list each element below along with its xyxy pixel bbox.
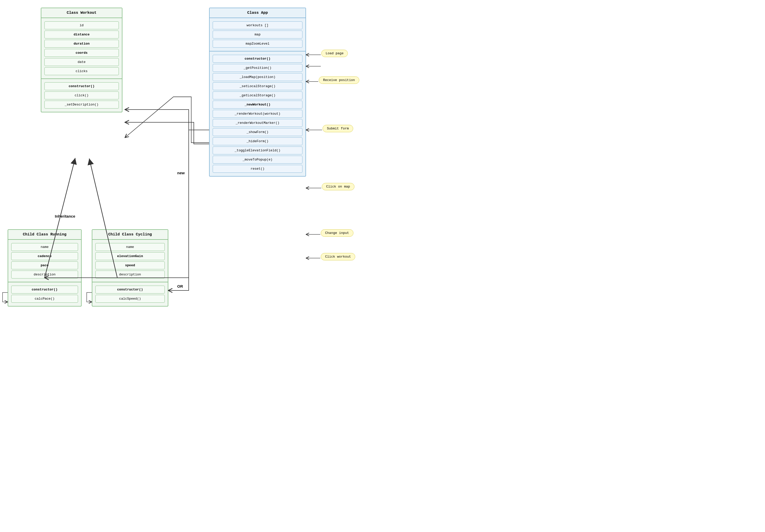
field-duration: duration (44, 40, 119, 48)
running-field-name: name (11, 243, 78, 251)
app-field-mapzoom: mapZoomLevel (213, 40, 303, 48)
app-method-constructor: constructor() (213, 55, 303, 63)
class-running-box: Child Class Running name cadence pace de… (8, 229, 82, 307)
workout-fields-section: id distance duration coords date clicks (41, 18, 122, 79)
app-method-toggleelevation: _toggleElevationField() (213, 146, 303, 154)
class-app-title: Class App (210, 8, 306, 18)
running-field-description: description (11, 271, 78, 279)
app-method-rendermarker: _renderWorkoutMarker() (213, 119, 303, 127)
class-cycling-title: Child Class Cycling (92, 230, 168, 240)
label-click-workout: Click workout (321, 253, 355, 260)
label-submit-form: Submit form (323, 125, 353, 132)
class-workout-box: Class Workout id distance duration coord… (41, 8, 122, 113)
running-methods-section: constructor() calcPace() (8, 282, 81, 306)
app-method-showform: _showForm() (213, 128, 303, 136)
method-setdescription: _setDescription() (44, 101, 119, 109)
app-method-hideform: _hideForm() (213, 137, 303, 145)
app-method-movetopopup: _moveToPopup(e) (213, 156, 303, 163)
label-click-on-map: Click on map (322, 183, 355, 190)
diagram-container: Class Workout id distance duration coord… (0, 0, 765, 532)
app-method-getlocal: _getLocalStorage() (213, 92, 303, 99)
class-workout-title: Class Workout (41, 8, 122, 18)
field-clicks: clicks (44, 67, 119, 75)
cycling-method-calcspeed: calcSpeed() (95, 295, 165, 303)
app-method-loadmap: _loadMap(position) (213, 73, 303, 81)
field-id: id (44, 21, 119, 29)
cycling-field-speed: speed (95, 261, 165, 269)
app-field-map: map (213, 31, 303, 39)
class-app-box: Class App workouts [] map mapZoomLevel c… (209, 8, 306, 176)
class-cycling-box: Child Class Cycling name elevationGain s… (92, 229, 168, 307)
label-receive-position: Receive position (319, 77, 359, 84)
or-label: OR (177, 284, 183, 288)
app-fields-section: workouts [] map mapZoomLevel (210, 18, 306, 52)
workout-methods-section: constructor() click() _setDescription() (41, 79, 122, 112)
cycling-methods-section: constructor() calcSpeed() (92, 282, 168, 306)
cycling-field-name: name (95, 243, 165, 251)
app-methods-section: constructor() _getPosition() _loadMap(po… (210, 52, 306, 176)
app-method-getposition: _getPosition() (213, 64, 303, 72)
field-distance: distance (44, 31, 119, 39)
cycling-method-constructor: constructor() (95, 286, 165, 294)
running-method-calcpace: calcPace() (11, 295, 78, 303)
cycling-field-elevation: elevationGain (95, 252, 165, 260)
method-constructor: constructor() (44, 82, 119, 90)
app-method-newworkout: _newWorkout() (213, 101, 303, 109)
label-change-input: Change input (321, 229, 354, 237)
class-running-title: Child Class Running (8, 230, 81, 240)
cycling-fields-section: name elevationGain speed description (92, 240, 168, 282)
app-method-setlocal: _setLocalStorage() (213, 82, 303, 90)
new-label: new (177, 171, 185, 175)
app-field-workouts: workouts [] (213, 21, 303, 29)
label-load-page: Load page (321, 50, 348, 57)
field-date: date (44, 58, 119, 66)
method-click: click() (44, 92, 119, 99)
inheritance-label: Inheritance (55, 214, 75, 218)
cycling-field-description: description (95, 271, 165, 279)
running-method-constructor: constructor() (11, 286, 78, 294)
app-method-renderworkout: _renderWorkout(workout) (213, 110, 303, 118)
app-method-reset: reset() (213, 165, 303, 173)
running-field-pace: pace (11, 261, 78, 269)
running-field-cadence: cadence (11, 252, 78, 260)
field-coords: coords (44, 49, 119, 57)
running-fields-section: name cadence pace description (8, 240, 81, 282)
